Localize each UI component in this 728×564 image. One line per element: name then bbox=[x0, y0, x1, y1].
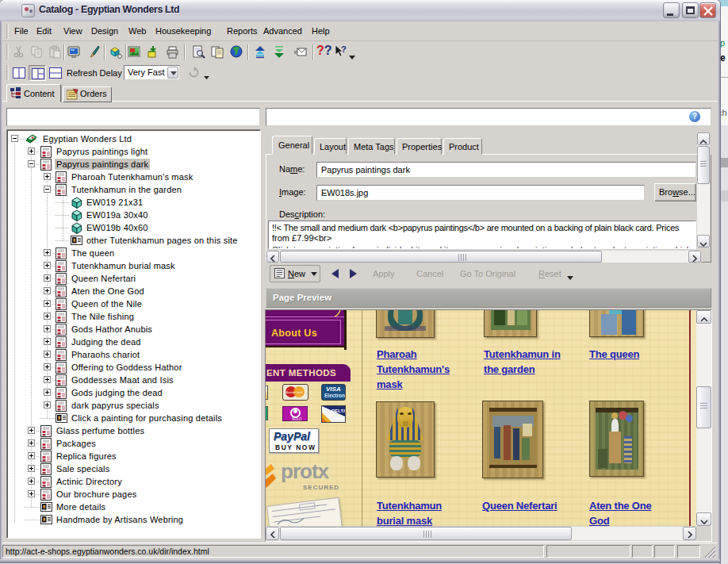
svg-text:DELTA: DELTA bbox=[331, 409, 346, 413]
svg-text:?: ? bbox=[341, 44, 347, 54]
